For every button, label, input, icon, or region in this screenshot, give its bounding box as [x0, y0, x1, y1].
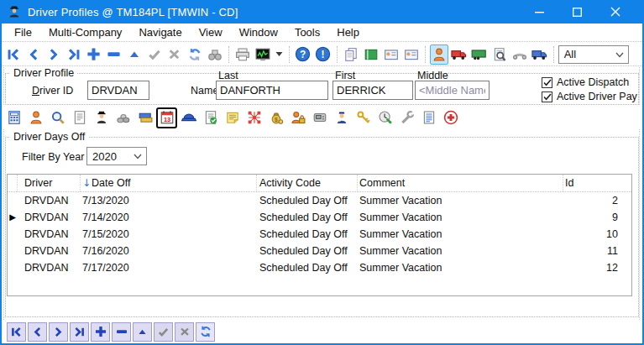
save-button[interactable] — [154, 322, 173, 342]
cap-button[interactable] — [178, 107, 199, 128]
cell-id: 12 — [563, 262, 633, 274]
record-nav-toolbar — [2, 320, 642, 343]
driver-button[interactable] — [25, 107, 46, 128]
menu-multi-company[interactable]: Multi-Company — [40, 24, 130, 41]
tractor-button[interactable] — [450, 44, 469, 65]
trailer-button[interactable] — [470, 44, 489, 65]
menu-help[interactable]: Help — [328, 24, 368, 41]
network-button[interactable] — [243, 107, 264, 128]
delete-button[interactable] — [105, 44, 123, 65]
driver-id-input[interactable] — [87, 81, 149, 100]
copy-profile-button[interactable] — [342, 44, 360, 65]
prev-record-icon — [31, 326, 44, 338]
chauffeur-button[interactable] — [91, 107, 112, 128]
refresh-button[interactable] — [186, 44, 204, 65]
dropdown-arrow-icon — [275, 51, 283, 57]
address-book-button[interactable] — [362, 44, 380, 65]
print-button[interactable] — [233, 44, 252, 65]
svg-text:?: ? — [300, 49, 306, 60]
pay-cards-button[interactable] — [134, 107, 155, 128]
id-card-button[interactable] — [382, 44, 401, 65]
profile-filter-combobox[interactable]: All — [558, 45, 629, 64]
tools-button[interactable] — [396, 107, 417, 128]
column-header-id[interactable]: Id — [563, 175, 633, 191]
menu-navigate[interactable]: Navigate — [130, 24, 190, 41]
profile-list-button[interactable] — [69, 107, 90, 128]
driver-profile-button[interactable] — [430, 44, 448, 65]
cell-comment: Summer Vacation — [358, 228, 563, 240]
menu-window[interactable]: Window — [231, 24, 286, 41]
close-button[interactable] — [596, 0, 634, 24]
document-search-button[interactable] — [490, 44, 509, 65]
monitor-dropdown-button[interactable] — [274, 44, 285, 65]
payroll-button[interactable]: $ — [265, 107, 286, 128]
first-record-button[interactable] — [4, 44, 23, 65]
reports-button[interactable] — [418, 107, 439, 128]
filter-by-year-combobox[interactable]: 2020 — [86, 147, 147, 165]
first-name-input[interactable] — [332, 81, 413, 100]
pager-button[interactable] — [309, 107, 330, 128]
last-name-input[interactable] — [216, 81, 328, 100]
move-up-button[interactable] — [133, 322, 152, 342]
table-row[interactable]: DRVDAN 7/15/2020 Scheduled Day Off Summe… — [8, 226, 631, 243]
maximize-button[interactable] — [558, 0, 596, 24]
notes-button[interactable] — [222, 107, 243, 128]
column-header-date-off[interactable]: ↓Date Off — [81, 175, 257, 191]
keys-button[interactable] — [353, 107, 374, 128]
calculator-button[interactable] — [3, 107, 24, 128]
prev-record-button[interactable] — [28, 322, 47, 342]
move-up-button[interactable] — [125, 44, 144, 65]
prev-record-button[interactable] — [24, 44, 43, 65]
approved-document-button[interactable] — [200, 107, 221, 128]
column-header-driver[interactable]: Driver — [18, 175, 81, 191]
active-driver-pay-checkbox[interactable] — [542, 91, 552, 102]
table-row-current[interactable]: ▶ DRVDAN 7/14/2020 Scheduled Day Off Sum… — [8, 209, 631, 226]
add-row-button[interactable] — [91, 322, 110, 342]
first-record-button[interactable] — [7, 322, 26, 342]
last-record-button[interactable] — [65, 44, 83, 65]
phone-button[interactable] — [510, 44, 529, 65]
save-button[interactable] — [145, 44, 164, 65]
middle-name-input[interactable] — [415, 81, 490, 100]
medical-button[interactable] — [440, 107, 461, 128]
days-off-calendar-button[interactable]: 13 — [156, 107, 177, 128]
system-monitor-button[interactable] — [254, 44, 272, 65]
active-driver-pay-row: Active Driver Pay — [542, 91, 637, 102]
window-title: Driver Profiles @ TM184PL [TMWIN - CD] — [28, 6, 238, 18]
cancel-button[interactable] — [165, 44, 184, 65]
table-row[interactable]: DRVDAN 7/16/2020 Scheduled Day Off Summe… — [8, 243, 631, 259]
carrier-button[interactable] — [531, 44, 549, 65]
last-record-button[interactable] — [70, 322, 89, 342]
table-row[interactable]: DRVDAN 7/17/2020 Scheduled Day Off Summe… — [8, 259, 631, 276]
next-record-button[interactable] — [49, 322, 68, 342]
cell-driver: DRVDAN — [18, 212, 81, 223]
find-button[interactable] — [206, 44, 224, 65]
officer-button[interactable] — [331, 107, 352, 128]
assets-button[interactable] — [113, 107, 134, 128]
table-row[interactable]: DRVDAN 7/13/2020 Scheduled Day Off Summe… — [8, 192, 631, 209]
row-selector-header — [8, 175, 18, 191]
menu-file[interactable]: File — [6, 24, 40, 41]
menu-tools[interactable]: Tools — [286, 24, 328, 41]
column-header-activity-code[interactable]: Activity Code — [257, 175, 358, 191]
add-button[interactable] — [85, 44, 103, 65]
next-record-button[interactable] — [45, 44, 63, 65]
help-button[interactable]: ? — [294, 44, 312, 65]
id-card-2-button[interactable] — [402, 44, 421, 65]
history-button[interactable] — [374, 107, 395, 128]
save-icon — [157, 326, 170, 338]
column-header-comment[interactable]: Comment — [358, 175, 563, 191]
minimize-button[interactable] — [521, 0, 558, 24]
refresh-button[interactable] — [196, 322, 215, 342]
cancel-icon — [179, 326, 191, 337]
search-button[interactable] — [47, 107, 68, 128]
delete-row-button[interactable] — [112, 322, 131, 342]
info-button[interactable]: ! — [314, 44, 332, 65]
profile-list-icon — [72, 110, 87, 125]
toolbar-separator — [425, 46, 426, 63]
active-dispatch-checkbox[interactable] — [542, 77, 552, 88]
person-lock-button[interactable] — [287, 107, 308, 128]
cancel-button[interactable] — [175, 322, 194, 342]
menu-view[interactable]: View — [191, 24, 231, 41]
id-card-icon — [384, 47, 399, 62]
